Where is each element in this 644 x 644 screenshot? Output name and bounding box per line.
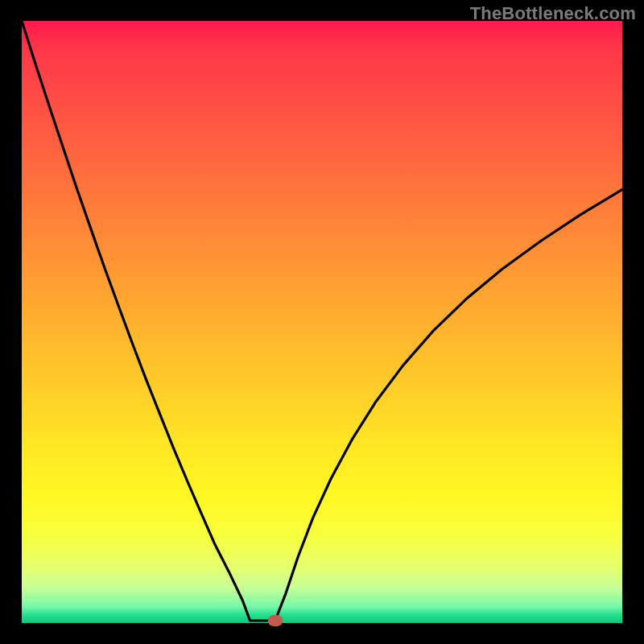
- watermark-text: TheBottleneck.com: [470, 3, 636, 24]
- minimum-marker: [268, 615, 283, 626]
- bottleneck-curve: [22, 21, 622, 623]
- plot-area: [22, 21, 622, 623]
- curve-path: [22, 21, 622, 621]
- chart-frame: TheBottleneck.com: [0, 0, 644, 644]
